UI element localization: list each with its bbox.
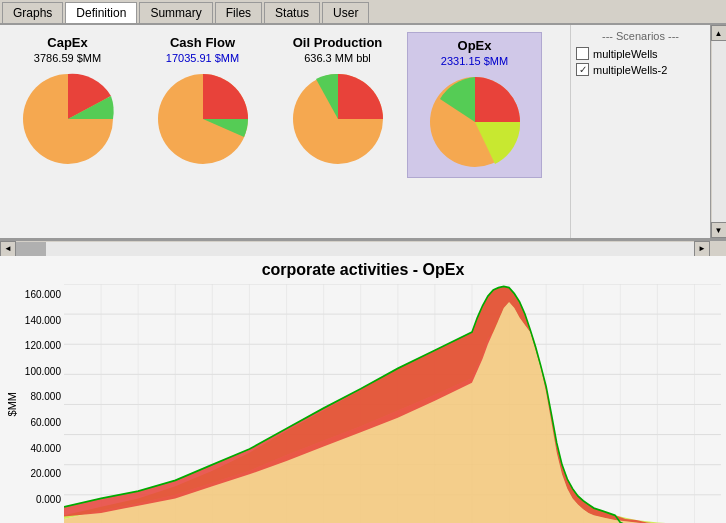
oilprod-chart[interactable]: Oil Production 636.3 MM bbl [270,30,405,174]
scenario-item-1[interactable]: multipleWells [576,47,705,60]
y-tick-6: 120.000 [25,340,61,351]
oilprod-title: Oil Production [293,35,383,50]
y-tick-5: 100.000 [25,366,61,377]
tab-definition[interactable]: Definition [65,2,137,23]
scroll-down-btn[interactable]: ▼ [711,222,727,238]
oilprod-pie [288,69,388,169]
cashflow-title: Cash Flow [170,35,235,50]
scenario-label-1: multipleWells [593,48,658,60]
scroll-left-btn[interactable]: ◄ [0,241,16,257]
top-panel: CapEx 3786.59 $MM Cash Flow 17035.91 $MM [0,25,726,240]
y-tick-7: 140.000 [25,315,61,326]
chart-container: 2000 2002 2004 2006 2008 2010 2012 2014 … [64,284,721,523]
y-tick-3: 60.000 [30,417,61,428]
scroll-up-btn[interactable]: ▲ [711,25,727,41]
cashflow-chart[interactable]: Cash Flow 17035.91 $MM [135,30,270,174]
tab-bar: Graphs Definition Summary Files Status U… [0,0,726,25]
opex-title: OpEx [458,38,492,53]
opex-value: 2331.15 $MM [441,55,508,67]
checkbox-1[interactable] [576,47,589,60]
capex-chart[interactable]: CapEx 3786.59 $MM [0,30,135,174]
scrollbar-vertical: ▲ ▼ [710,25,726,238]
scenarios-title: --- Scenarios --- [576,30,705,42]
y-axis-label: $MM [5,284,19,523]
capex-title: CapEx [47,35,87,50]
chart-area: $MM 160.000 140.000 120.000 100.000 80.0… [5,284,721,523]
scroll-track-h [16,242,694,256]
main-content: CapEx 3786.59 $MM Cash Flow 17035.91 $MM [0,25,726,523]
y-tick-2: 40.000 [30,443,61,454]
checkbox-2[interactable]: ✓ [576,63,589,76]
tab-graphs[interactable]: Graphs [2,2,63,23]
opex-chart[interactable]: OpEx 2331.15 $MM [407,32,542,178]
y-axis: 160.000 140.000 120.000 100.000 80.000 6… [19,284,64,523]
cashflow-value: 17035.91 $MM [166,52,239,64]
capex-pie [18,69,118,169]
scenario-label-2: multipleWells-2 [593,64,667,76]
scroll-right-btn[interactable]: ► [694,241,710,257]
oilprod-value: 636.3 MM bbl [304,52,371,64]
scenario-item-2[interactable]: ✓ multipleWells-2 [576,63,705,76]
tab-status[interactable]: Status [264,2,320,23]
right-panel: --- Scenarios --- multipleWells ✓ multip… [570,25,726,238]
app-container: Graphs Definition Summary Files Status U… [0,0,726,523]
area-chart [64,284,721,523]
opex-pie [425,72,525,172]
y-tick-0: 0.000 [36,494,61,505]
y-tick-1: 20.000 [30,468,61,479]
chart-title: corporate activities - OpEx [5,261,721,279]
capex-value: 3786.59 $MM [34,52,101,64]
bottom-panel: corporate activities - OpEx $MM 160.000 … [0,256,726,523]
scroll-track [712,41,726,222]
pie-charts-area: CapEx 3786.59 $MM Cash Flow 17035.91 $MM [0,25,570,238]
y-tick-4: 80.000 [30,391,61,402]
scroll-horizontal: ◄ ► [0,240,726,256]
scroll-thumb-h[interactable] [16,242,46,256]
tab-user[interactable]: User [322,2,369,23]
y-tick-8: 160.000 [25,289,61,300]
tab-files[interactable]: Files [215,2,262,23]
tab-summary[interactable]: Summary [139,2,212,23]
scenarios-panel: --- Scenarios --- multipleWells ✓ multip… [570,25,710,238]
cashflow-pie [153,69,253,169]
